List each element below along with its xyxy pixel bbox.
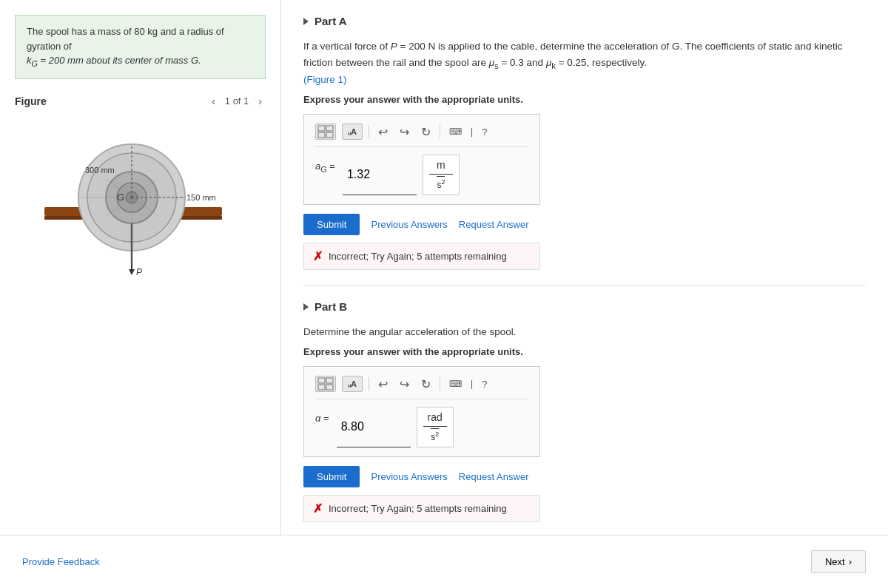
part-divider (303, 285, 866, 285)
figure-prev-button[interactable]: ‹ (208, 94, 219, 109)
part-a-input-label: aG = (315, 160, 335, 174)
svg-rect-28 (326, 385, 333, 390)
next-button-label: Next (825, 556, 845, 567)
part-a-actions: Submit Previous Answers Request Answer (303, 214, 866, 235)
problem-formula: kG = 200 mm about its center of mass G. (27, 55, 201, 66)
part-b-title: Part B (314, 300, 347, 313)
toolbar-keyboard-btn[interactable]: ⌨ (446, 125, 465, 138)
part-b-input[interactable] (337, 407, 411, 447)
part-a-input[interactable] (343, 155, 417, 195)
svg-rect-21 (318, 126, 325, 131)
part-a-prev-answers-link[interactable]: Previous Answers (371, 219, 447, 230)
svg-text:150 mm: 150 mm (186, 193, 216, 202)
svg-text:300 mm: 300 mm (85, 166, 115, 175)
next-button[interactable]: Next › (811, 550, 866, 573)
part-a-problem-text: If a vertical force of P = 200 N is appl… (303, 38, 866, 88)
part-b-input-container: rad s2 (337, 407, 454, 447)
part-a-collapse-icon[interactable] (303, 18, 309, 25)
part-b-unit-box: rad s2 (417, 407, 454, 447)
part-b-express-text: Express your answer with the appropriate… (303, 346, 866, 357)
svg-marker-15 (129, 269, 135, 275)
part-b-prev-answers-link[interactable]: Previous Answers (371, 471, 447, 482)
part-b-actions: Submit Previous Answers Request Answer (303, 466, 866, 487)
part-b-toolbar: ᵤA ↩ ↪ ↻ ⌨ | ? (315, 376, 528, 399)
part-a-request-answer-link[interactable]: Request Answer (459, 219, 529, 230)
part-b-incorrect-icon: ✗ (313, 501, 323, 516)
svg-rect-26 (326, 378, 333, 383)
part-b-problem-text: Determine the angular acceleration of th… (303, 324, 866, 340)
part-a-submit-button[interactable]: Submit (303, 214, 360, 235)
svg-text:G: G (117, 192, 124, 203)
part-a-feedback-box: ✗ Incorrect; Try Again; 5 attempts remai… (303, 243, 540, 270)
figure-image: G 300 mm 150 mm (15, 116, 252, 279)
part-b-submit-button[interactable]: Submit (303, 466, 360, 487)
part-a-unit-box: m s2 (423, 155, 460, 195)
svg-rect-24 (326, 132, 333, 138)
part-a-input-container: m s2 (343, 155, 460, 195)
part-b-unit-numerator: rad (428, 410, 443, 425)
figure-page: 1 of 1 (225, 95, 249, 107)
part-a-header: Part A (303, 15, 866, 27)
part-b-toolbar-separator-2 (440, 377, 440, 391)
part-a-title: Part A (314, 15, 347, 27)
part-a-incorrect-icon: ✗ (313, 249, 323, 263)
right-panel: Part A If a vertical force of P = 200 N … (281, 0, 888, 588)
part-a-feedback-text: Incorrect; Try Again; 5 attempts remaini… (329, 251, 507, 262)
part-b-toolbar-help-btn[interactable]: ? (479, 377, 490, 391)
part-b-feedback-box: ✗ Incorrect; Try Again; 5 attempts remai… (303, 495, 540, 522)
part-b-input-label: α = (315, 413, 329, 424)
part-b-toolbar-matrix-icon[interactable] (315, 376, 336, 392)
part-b-toolbar-keyboard-btn[interactable]: ⌨ (446, 377, 465, 391)
part-a-unit-denominator: s2 (437, 176, 445, 192)
part-a-answer-box: ᵤA ↩ ↪ ↻ ⌨ | ? aG = (303, 114, 540, 205)
part-a-toolbar: ᵤA ↩ ↪ ↻ ⌨ | ? (315, 124, 528, 147)
toolbar-separator-1 (369, 125, 369, 138)
part-b-header: Part B (303, 300, 866, 313)
part-a-unit-numerator: m (437, 158, 445, 173)
figure-1-link[interactable]: (Figure 1) (303, 74, 347, 85)
figure-next-button[interactable]: › (255, 94, 266, 109)
toolbar-text-icon[interactable]: ᵤA (342, 124, 363, 140)
left-panel: The spool has a mass of 80 kg and a radi… (0, 0, 281, 588)
figure-section: Figure ‹ 1 of 1 › (15, 94, 266, 279)
problem-statement-text: The spool has a mass of 80 kg and a radi… (27, 26, 224, 52)
part-b-request-answer-link[interactable]: Request Answer (459, 471, 529, 482)
problem-statement-box: The spool has a mass of 80 kg and a radi… (15, 15, 266, 79)
part-b-toolbar-redo-btn[interactable]: ↪ (397, 376, 412, 393)
figure-title: Figure (15, 95, 47, 107)
svg-rect-23 (318, 132, 325, 138)
toolbar-matrix-icon[interactable] (315, 124, 336, 140)
part-b-feedback-text: Incorrect; Try Again; 5 attempts remaini… (329, 503, 507, 514)
part-a-express-text: Express your answer with the appropriate… (303, 94, 866, 105)
part-b-answer-box: ᵤA ↩ ↪ ↻ ⌨ | ? α = (303, 366, 540, 457)
part-b-input-row: α = rad s2 (315, 407, 528, 447)
figure-header: Figure ‹ 1 of 1 › (15, 94, 266, 109)
toolbar-pipe: | (471, 126, 473, 137)
part-b-unit-denominator: s2 (431, 428, 439, 444)
part-b-section: Part B Determine the angular acceleratio… (303, 300, 866, 522)
toolbar-undo-btn[interactable]: ↩ (375, 124, 391, 141)
bottom-bar: Provide Feedback Next › (0, 535, 888, 588)
toolbar-refresh-btn[interactable]: ↻ (418, 124, 434, 141)
spool-diagram: G 300 mm 150 mm (22, 120, 244, 275)
part-b-toolbar-text-icon[interactable]: ᵤA (342, 376, 363, 392)
toolbar-redo-btn[interactable]: ↪ (397, 124, 412, 141)
svg-rect-27 (318, 385, 325, 390)
svg-text:P: P (136, 267, 142, 275)
toolbar-help-btn[interactable]: ? (479, 125, 490, 139)
next-button-chevron: › (849, 556, 852, 567)
part-a-section: Part A If a vertical force of P = 200 N … (303, 15, 866, 270)
figure-nav: ‹ 1 of 1 › (208, 94, 266, 109)
part-b-toolbar-undo-btn[interactable]: ↩ (375, 376, 391, 393)
part-b-collapse-icon[interactable] (303, 303, 309, 311)
toolbar-separator-2 (440, 125, 440, 138)
svg-rect-22 (326, 126, 333, 131)
part-b-toolbar-separator-1 (369, 377, 369, 391)
svg-rect-25 (318, 378, 325, 383)
provide-feedback-link[interactable]: Provide Feedback (22, 556, 100, 567)
part-b-toolbar-refresh-btn[interactable]: ↻ (418, 376, 434, 393)
part-a-input-row: aG = m s2 (315, 155, 528, 195)
part-b-toolbar-pipe: | (471, 379, 473, 389)
